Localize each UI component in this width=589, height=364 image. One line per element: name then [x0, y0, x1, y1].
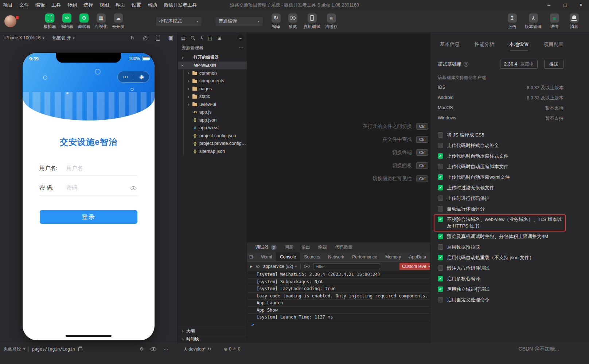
- tree-item[interactable]: app.js: [178, 108, 247, 116]
- panel-toggle-button[interactable]: 可视化: [93, 13, 110, 29]
- git-branch-status[interactable]: develop*: [184, 347, 211, 352]
- username-field[interactable]: 用户名: 用户名: [39, 161, 138, 176]
- page-path-select[interactable]: 页面路径: [4, 346, 25, 352]
- problem-counts[interactable]: 0 0: [224, 347, 240, 352]
- devtools-tab[interactable]: AppData: [405, 252, 430, 261]
- inspect-icon[interactable]: [247, 252, 255, 261]
- setting-option[interactable]: 上传时进行代码保护: [438, 193, 563, 203]
- setting-option[interactable]: 上传代码时自动压缩wxml文件: [438, 172, 563, 182]
- debugger-tab[interactable]: 代码质量: [331, 242, 356, 252]
- setting-option[interactable]: 上传时过滤无依赖文件: [438, 182, 563, 193]
- gear-icon[interactable]: [140, 346, 144, 352]
- setting-option[interactable]: 上传代码时自动压缩样式文件: [438, 151, 563, 161]
- setting-option[interactable]: 启用自定义处理命令: [438, 294, 563, 305]
- eye-icon[interactable]: [304, 265, 310, 268]
- clear-console-icon[interactable]: [256, 264, 260, 269]
- setting-option[interactable]: 启用代码自动热重载（不支持 json 文件）: [438, 252, 563, 263]
- explorer-section[interactable]: 时间线: [178, 335, 247, 343]
- menu-item[interactable]: 转到: [64, 0, 80, 10]
- tree-item[interactable]: MP-WEIXIN: [178, 62, 247, 70]
- toolbar-action-button[interactable]: 真机调试: [301, 13, 323, 29]
- close-icon[interactable]: ×: [573, 0, 589, 10]
- checkbox[interactable]: [438, 206, 443, 211]
- devtools-tab[interactable]: Sources: [300, 252, 324, 261]
- devtools-tab[interactable]: Wxml: [257, 252, 276, 261]
- checkbox[interactable]: [438, 174, 443, 180]
- setting-option[interactable]: 上传代码时自动压缩脚本文件: [438, 161, 563, 172]
- menu-item[interactable]: 选择: [80, 0, 96, 10]
- tree-item[interactable]: uview-ui: [178, 100, 247, 108]
- console-prompt[interactable]: [247, 321, 430, 328]
- editor-area[interactable]: 在打开的文件之间切换 Ctrl1 ~ 在文件中查找 Ctrl+S: [247, 33, 430, 242]
- tree-item[interactable]: common: [178, 69, 247, 77]
- explorer-section[interactable]: 大纲: [178, 327, 247, 335]
- devtools-tab[interactable]: Performance: [348, 252, 381, 261]
- toolbar-action-button[interactable]: 版本管理: [523, 13, 544, 29]
- menu-item[interactable]: 编辑: [32, 0, 48, 10]
- library-version-select[interactable]: 2.30.4 灰度中: [500, 60, 538, 69]
- minimize-icon[interactable]: –: [541, 0, 557, 10]
- debugger-tab[interactable]: 终端: [314, 242, 331, 252]
- tree-item[interactable]: sitemap.json: [178, 147, 247, 155]
- tree-item[interactable]: app.wxss: [178, 124, 247, 132]
- sync-icon[interactable]: [207, 347, 211, 352]
- eye-icon[interactable]: [151, 347, 156, 351]
- menu-item[interactable]: 工具: [48, 0, 64, 10]
- checkbox[interactable]: [438, 132, 443, 138]
- tree-item[interactable]: components: [178, 77, 247, 85]
- checkbox[interactable]: [438, 255, 443, 260]
- checkbox[interactable]: [438, 234, 443, 239]
- settings-tab[interactable]: 性能分析: [475, 41, 494, 48]
- run-icon[interactable]: [250, 265, 253, 268]
- more-icon[interactable]: [239, 45, 243, 50]
- checkbox[interactable]: [438, 265, 443, 271]
- split-editor-icon[interactable]: [208, 35, 212, 41]
- compile-mode-select[interactable]: 普通编译: [215, 17, 263, 26]
- menu-item[interactable]: 设置: [128, 0, 144, 10]
- mode-select[interactable]: 小程序模式: [155, 17, 202, 26]
- user-avatar[interactable]: [4, 15, 16, 27]
- checkbox[interactable]: [438, 276, 443, 281]
- setting-option[interactable]: 上传代码时样式自动补全: [438, 140, 563, 151]
- refresh-icon[interactable]: [130, 35, 135, 41]
- setting-option[interactable]: 启用独立域进行调试: [438, 284, 563, 294]
- menu-item[interactable]: 微信开发者工具: [160, 0, 200, 10]
- debugger-tab[interactable]: 输出: [297, 242, 314, 252]
- push-button[interactable]: 推送: [544, 60, 563, 69]
- log-level-select[interactable]: Custom leve: [399, 263, 430, 270]
- checkbox[interactable]: [438, 195, 443, 201]
- login-button[interactable]: 登录: [40, 210, 137, 224]
- toolbar-action-button[interactable]: 编译: [268, 13, 284, 29]
- panel-toggle-button[interactable]: 编辑器: [58, 13, 75, 29]
- checkbox[interactable]: [438, 164, 443, 169]
- panel-toggle-button[interactable]: 模拟器: [41, 13, 58, 29]
- git-icon[interactable]: [200, 36, 203, 40]
- search-icon[interactable]: [191, 36, 195, 40]
- tree-item[interactable]: static: [178, 93, 247, 101]
- menu-item[interactable]: 视图: [96, 0, 112, 10]
- capsule-close-icon[interactable]: [139, 74, 144, 80]
- toolbar-action-button[interactable]: 清缓存: [323, 13, 340, 29]
- hot-reload-select[interactable]: 热重载 开: [52, 35, 74, 41]
- tree-item[interactable]: project.private.config.js...: [178, 140, 247, 148]
- maximize-icon[interactable]: □: [557, 0, 573, 10]
- toolbar-action-button[interactable]: 消息: [565, 13, 583, 29]
- debugger-tab[interactable]: 问题: [281, 242, 297, 252]
- tree-item[interactable]: pages: [178, 85, 247, 93]
- checkbox[interactable]: [438, 217, 443, 222]
- console-output[interactable]: [system] WeChatLib: 2.30.4 (2023.4.21 15…: [247, 271, 430, 343]
- checkbox[interactable]: [438, 297, 443, 302]
- devtools-tab[interactable]: Network: [324, 252, 348, 261]
- files-icon[interactable]: [181, 35, 186, 41]
- settings-tab[interactable]: 基本信息: [440, 41, 460, 48]
- setting-option[interactable]: 懒注入占位组件调试: [438, 263, 563, 273]
- toolbar-action-button[interactable]: 详情: [545, 13, 563, 29]
- setting-option[interactable]: 预览及真机调试时主包、分包体积上限调整为4M: [438, 231, 563, 242]
- devtools-tab[interactable]: Console: [276, 252, 300, 261]
- checkbox[interactable]: [438, 185, 443, 190]
- menu-item[interactable]: 项目: [0, 0, 16, 10]
- devtools-tab[interactable]: Memory: [381, 252, 405, 261]
- setting-option[interactable]: 启用多核心编译: [438, 273, 563, 284]
- rotate-device-icon[interactable]: [156, 35, 160, 41]
- layout-icon[interactable]: [218, 35, 221, 41]
